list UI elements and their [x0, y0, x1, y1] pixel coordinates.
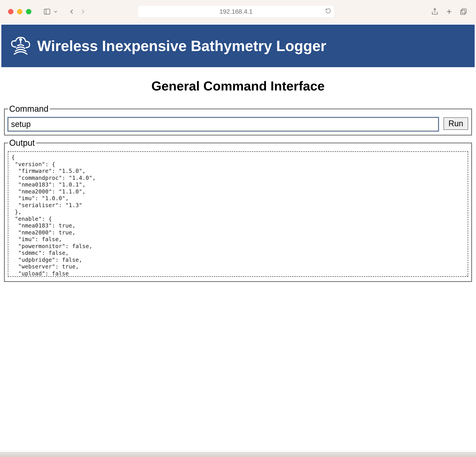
- window-horizontal-scrollbar[interactable]: [0, 452, 476, 457]
- output-textarea[interactable]: [8, 151, 468, 277]
- svg-rect-5: [462, 9, 466, 13]
- share-icon[interactable]: [430, 7, 439, 16]
- minimize-window-button[interactable]: [17, 9, 22, 14]
- reload-icon[interactable]: [325, 8, 331, 15]
- close-window-button[interactable]: [8, 9, 13, 14]
- address-bar[interactable]: 192.168.4.1: [137, 5, 335, 18]
- svg-rect-6: [460, 10, 465, 14]
- cloud-sonar-logo-icon: [9, 35, 32, 57]
- right-toolbar: [430, 7, 468, 16]
- tabs-overview-icon[interactable]: [459, 7, 468, 16]
- app-banner: Wireless Inexpensive Bathymetry Logger: [1, 25, 475, 67]
- page-heading: General Command Interface: [1, 68, 475, 101]
- url-text: 192.168.4.1: [220, 8, 253, 15]
- fullscreen-window-button[interactable]: [26, 9, 31, 14]
- command-legend: Command: [8, 104, 50, 114]
- chevron-down-icon[interactable]: [53, 7, 58, 16]
- app-title: Wireless Inexpensive Bathymetry Logger: [37, 37, 326, 54]
- new-tab-icon[interactable]: [445, 7, 454, 16]
- svg-point-8: [20, 39, 22, 41]
- sidebar-toggle-icon[interactable]: [42, 7, 51, 16]
- output-fieldset: Output: [4, 138, 472, 282]
- command-fieldset: Command Run: [4, 104, 472, 135]
- command-input[interactable]: [8, 117, 439, 131]
- window-controls: [8, 9, 31, 14]
- run-button[interactable]: Run: [443, 117, 468, 130]
- navigation-buttons: [67, 7, 87, 16]
- forward-button[interactable]: [78, 7, 87, 16]
- browser-toolbar: 192.168.4.1: [0, 0, 476, 23]
- svg-rect-0: [44, 9, 50, 14]
- back-button[interactable]: [67, 7, 76, 16]
- output-legend: Output: [8, 138, 36, 148]
